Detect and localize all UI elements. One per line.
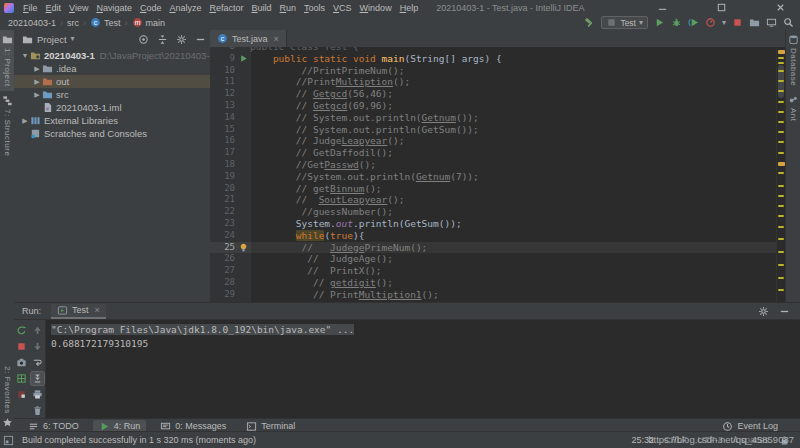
- line-number[interactable]: 23: [210, 218, 237, 230]
- breadcrumb-test[interactable]: cTest: [90, 17, 121, 28]
- down-stack-button[interactable]: [31, 340, 44, 353]
- debug-icon[interactable]: [671, 17, 682, 28]
- code-line-12[interactable]: 12 // Getgcd(56,46);: [210, 88, 777, 100]
- code-line-10[interactable]: 10 //PrintPrimeNum();: [210, 65, 777, 77]
- todo-stripe-mark[interactable]: [778, 185, 784, 187]
- run-icon[interactable]: [654, 17, 665, 28]
- line-number[interactable]: 20: [210, 183, 237, 195]
- code-line-29[interactable]: 29 // PrintMultiption1();: [210, 289, 777, 301]
- tree-item-scratches-and-consoles[interactable]: Scratches and Consoles: [14, 127, 210, 140]
- line-number[interactable]: 21: [210, 194, 237, 206]
- tree-item--idea[interactable]: ▶.idea: [14, 62, 210, 75]
- code-line-27[interactable]: 27 // PrintX();: [210, 265, 777, 277]
- menu-run[interactable]: Run: [276, 3, 301, 13]
- settings-icon[interactable]: [758, 306, 769, 317]
- tree-item-20210403-1-iml[interactable]: 20210403-1.iml: [14, 101, 210, 114]
- todo-stripe-mark[interactable]: [778, 131, 784, 133]
- hammer-icon[interactable]: [584, 17, 595, 28]
- close-icon[interactable]: [775, 2, 786, 13]
- tree-arrow-icon[interactable]: ▶: [32, 91, 42, 99]
- line-ending-indicator[interactable]: CRLF: [664, 435, 688, 445]
- editor-tab-testjava[interactable]: c Test.java ×: [210, 30, 287, 47]
- tool-button-favorites[interactable]: 2: Favorites: [0, 362, 14, 432]
- encoding-indicator[interactable]: UTF-8: [697, 435, 723, 445]
- settings-icon[interactable]: [176, 34, 187, 45]
- locate-icon[interactable]: [138, 34, 149, 45]
- code-line-14[interactable]: 14 // System.out.println(Getnum());: [210, 112, 777, 124]
- code-line-28[interactable]: 28 // getdigit();: [210, 277, 777, 289]
- menu-vcs[interactable]: VCS: [329, 3, 356, 13]
- dump-threads-button[interactable]: [15, 356, 28, 369]
- tool-button-database[interactable]: Database: [786, 30, 800, 90]
- line-number[interactable]: 27: [210, 265, 237, 277]
- run-config-selector[interactable]: Test▾: [601, 16, 648, 29]
- code-editor[interactable]: 8public class Test {9 public static void…: [210, 47, 777, 302]
- tree-item-external-libraries[interactable]: ▶External Libraries: [14, 114, 210, 127]
- todo-stripe-mark[interactable]: [778, 101, 784, 103]
- menu-tools[interactable]: Tools: [300, 3, 329, 13]
- menu-refactor[interactable]: Refactor: [206, 3, 248, 13]
- monitor-icon[interactable]: [766, 17, 777, 28]
- todo-stripe-mark[interactable]: [778, 70, 784, 72]
- tree-arrow-icon[interactable]: ▶: [32, 78, 42, 86]
- line-number[interactable]: 22: [210, 206, 237, 218]
- code-line-13[interactable]: 13 // Getgcd(69,96);: [210, 100, 777, 112]
- menu-window[interactable]: Window: [356, 3, 396, 13]
- indent-indicator[interactable]: 4 spaces: [733, 435, 769, 445]
- todo-stripe-mark[interactable]: [778, 141, 784, 143]
- tree-arrow-icon[interactable]: ▶: [20, 117, 30, 125]
- line-number[interactable]: 25: [210, 242, 237, 254]
- todo-stripe-mark[interactable]: [778, 264, 784, 266]
- menu-file[interactable]: File: [19, 3, 42, 13]
- tree-arrow-icon[interactable]: ▶: [32, 65, 42, 73]
- code-line-15[interactable]: 15 // System.out.println(GetSum());: [210, 124, 777, 136]
- search-everywhere-icon[interactable]: [783, 17, 794, 28]
- todo-stripe-mark[interactable]: [778, 205, 784, 207]
- todo-stripe-mark[interactable]: [778, 121, 784, 123]
- todo-stripe-mark[interactable]: [778, 111, 784, 113]
- code-line-25[interactable]: 25 // JudegePrimeNum();: [210, 242, 777, 254]
- tool-button-structure[interactable]: 7: Structure: [0, 91, 14, 160]
- event-log-button[interactable]: Event Log: [722, 421, 778, 432]
- menu-code[interactable]: Code: [136, 3, 166, 13]
- code-line-11[interactable]: 11 //PrintMultiption();: [210, 76, 777, 88]
- code-line-17[interactable]: 17 // GetDaffodil();: [210, 147, 777, 159]
- tree-item-out[interactable]: ▶out: [14, 75, 210, 88]
- line-number[interactable]: 26: [210, 253, 237, 265]
- scroll-end-button[interactable]: [31, 372, 44, 385]
- caret-position[interactable]: 25:32: [631, 435, 654, 445]
- line-number[interactable]: 10: [210, 65, 237, 77]
- line-number[interactable]: 14: [210, 112, 237, 124]
- menu-build[interactable]: Build: [248, 3, 276, 13]
- todo-stripe-mark[interactable]: [778, 289, 784, 291]
- clear-all-button[interactable]: [31, 404, 44, 417]
- code-line-21[interactable]: 21 // SoutLeapyear();: [210, 194, 777, 206]
- line-number[interactable]: 13: [210, 100, 237, 112]
- line-number[interactable]: 15: [210, 124, 237, 136]
- code-line-16[interactable]: 16 // JudgeLeapyear();: [210, 135, 777, 147]
- line-number[interactable]: 9: [210, 53, 237, 65]
- line-number[interactable]: 19: [210, 171, 237, 183]
- todo-stripe-mark[interactable]: [778, 226, 784, 228]
- maximize-icon[interactable]: [716, 2, 727, 13]
- line-number[interactable]: 16: [210, 135, 237, 147]
- code-line-18[interactable]: 18 //GetPasswd();: [210, 159, 777, 171]
- breadcrumb-src[interactable]: src: [67, 18, 79, 28]
- stop-button[interactable]: [15, 340, 28, 353]
- menu-view[interactable]: View: [65, 3, 92, 13]
- line-number[interactable]: 12: [210, 88, 237, 100]
- menu-edit[interactable]: Edit: [42, 3, 66, 13]
- todo-stripe-mark[interactable]: [778, 277, 784, 279]
- warning-stripe-mark[interactable]: [778, 162, 785, 166]
- line-number[interactable]: 17: [210, 147, 237, 159]
- code-line-20[interactable]: 20 // getBinnum();: [210, 183, 777, 195]
- menu-analyze[interactable]: Analyze: [165, 3, 205, 13]
- code-line-9[interactable]: 9 public static void main(String[] args)…: [210, 53, 777, 65]
- stop-icon[interactable]: [732, 17, 743, 28]
- line-number[interactable]: 18: [210, 159, 237, 171]
- todo-stripe-mark[interactable]: [778, 152, 784, 154]
- collapse-all-icon[interactable]: [157, 34, 168, 45]
- breadcrumb-20210403-1[interactable]: 20210403-1: [8, 18, 56, 28]
- code-line-22[interactable]: 22 //guessNumber();: [210, 206, 777, 218]
- exit-button[interactable]: [15, 388, 28, 401]
